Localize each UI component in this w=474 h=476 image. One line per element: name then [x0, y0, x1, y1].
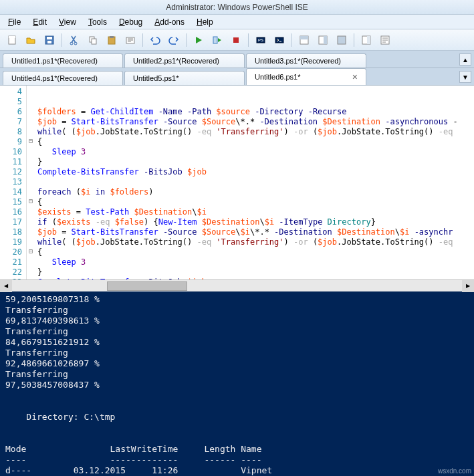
layout-editor-max-button[interactable]	[334, 32, 350, 48]
tab-label: Untitled2.ps1*(Recovered)	[133, 57, 219, 65]
tab-label: Untitled1.ps1*(Recovered)	[11, 57, 98, 65]
scrollbar-thumb[interactable]	[107, 281, 187, 291]
tab-scroll-down-icon[interactable]: ▼	[459, 71, 471, 83]
menu-tools[interactable]: Tools	[83, 16, 112, 28]
tab-label: Untitled6.ps1*	[255, 73, 301, 81]
toolbar-separator	[62, 33, 62, 47]
menu-view[interactable]: View	[53, 16, 82, 28]
tabs-row-2: Untitled4.ps1*(Recovered) Untitled5.ps1*…	[0, 68, 474, 86]
svg-rect-21	[338, 36, 346, 44]
svg-rect-12	[213, 37, 217, 43]
toolbar-separator	[142, 33, 143, 47]
svg-rect-18	[300, 36, 308, 39]
code-area[interactable]: $folders = Get-ChildItem -Name -Path $so…	[35, 86, 474, 279]
menu-addons[interactable]: Add-ons	[149, 16, 190, 28]
scroll-left-arrow-icon[interactable]: ◀	[0, 280, 12, 292]
new-file-button[interactable]	[4, 32, 20, 48]
menu-edit[interactable]: Edit	[27, 16, 52, 28]
svg-rect-16	[275, 37, 283, 43]
run-selection-button[interactable]	[209, 32, 225, 48]
svg-rect-8	[92, 39, 96, 44]
tab-untitled4[interactable]: Untitled4.ps1*(Recovered)	[3, 71, 123, 85]
toolbar: PS	[0, 29, 474, 51]
layout-editor-top-button[interactable]	[296, 32, 312, 48]
svg-rect-4	[47, 41, 51, 43]
menu-file[interactable]: File	[3, 16, 26, 28]
toolbar-separator	[248, 33, 249, 47]
console-pane[interactable]: 59,2005169807318 % Transferring 69,81374…	[0, 291, 474, 476]
undo-button[interactable]	[147, 32, 163, 48]
svg-rect-10	[110, 36, 114, 38]
new-remote-tab-button[interactable]: PS	[253, 32, 269, 48]
script-editor[interactable]: 456789101112131415161718192021222324 ⊟⊟⊟…	[0, 86, 474, 279]
copy-button[interactable]	[85, 32, 101, 48]
layout-editor-right-button[interactable]	[315, 32, 331, 48]
toolbar-separator	[354, 33, 354, 47]
tab-label: Untitled3.ps1*(Recovered)	[255, 57, 341, 65]
run-script-button[interactable]	[191, 32, 207, 48]
svg-rect-23	[367, 36, 370, 44]
cut-button[interactable]	[66, 32, 82, 48]
redo-button[interactable]	[166, 32, 182, 48]
tab-untitled6[interactable]: Untitled6.ps1* ×	[246, 68, 366, 85]
menu-debug[interactable]: Debug	[114, 16, 148, 28]
tab-untitled1[interactable]: Untitled1.ps1*(Recovered)	[3, 53, 123, 68]
line-number-gutter: 456789101112131415161718192021222324	[0, 86, 27, 279]
svg-text:PS: PS	[258, 38, 263, 42]
window-title: Administrator: Windows PowerShell ISE	[166, 3, 308, 12]
fold-column[interactable]: ⊟⊟⊟	[27, 86, 35, 279]
tab-scroll-up-icon[interactable]: ▲	[459, 53, 471, 66]
tab-untitled2[interactable]: Untitled2.ps1*(Recovered)	[124, 53, 245, 68]
tabs-row-1: Untitled1.ps1*(Recovered) Untitled2.ps1*…	[0, 51, 474, 68]
tab-label: Untitled5.ps1*	[133, 74, 179, 82]
save-button[interactable]	[41, 32, 57, 48]
svg-rect-13	[233, 37, 239, 43]
tab-label: Untitled4.ps1*(Recovered)	[11, 74, 98, 82]
tab-untitled3[interactable]: Untitled3.ps1*(Recovered)	[246, 53, 366, 68]
watermark: wsxdn.com	[438, 467, 471, 475]
scroll-right-arrow-icon[interactable]: ▶	[462, 280, 474, 292]
paste-button[interactable]	[104, 32, 120, 48]
window-titlebar: Administrator: Windows PowerShell ISE	[0, 0, 474, 15]
show-command-button[interactable]	[377, 32, 393, 48]
toolbar-separator	[291, 33, 292, 47]
menu-help[interactable]: Help	[191, 16, 219, 28]
show-command-addon-button[interactable]	[358, 32, 374, 48]
open-file-button[interactable]	[23, 32, 39, 48]
svg-rect-1	[9, 36, 15, 38]
stop-button[interactable]	[228, 32, 244, 48]
start-powershell-button[interactable]	[271, 32, 287, 48]
svg-rect-20	[324, 36, 327, 44]
close-icon[interactable]: ×	[352, 72, 358, 82]
horizontal-scrollbar[interactable]: ◀ ▶	[0, 279, 474, 291]
tab-untitled5[interactable]: Untitled5.ps1*	[124, 71, 245, 85]
toolbar-separator	[186, 33, 187, 47]
clear-output-button[interactable]	[122, 32, 138, 48]
svg-rect-3	[47, 37, 52, 39]
menubar: File Edit View Tools Debug Add-ons Help	[0, 15, 474, 29]
